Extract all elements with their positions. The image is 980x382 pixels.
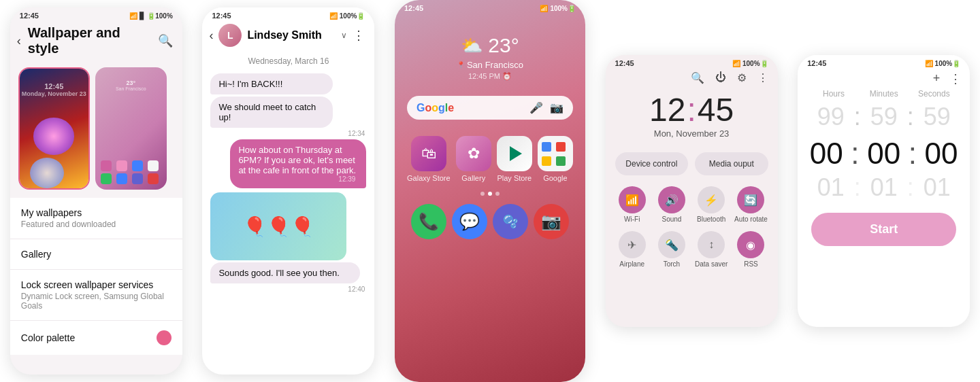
clock-area: 12 : 45 Mon, November 23 (606, 84, 778, 147)
message-bubble-1: Hi~! I'm BACK!!! (210, 73, 333, 94)
dot-2 (488, 192, 492, 196)
add-icon[interactable]: + (933, 71, 941, 86)
app-row: 🛍 Galaxy Store ✿ Gallery Play Store Goog… (395, 131, 585, 188)
top-minutes: 59 (864, 103, 904, 131)
hours-label: Hours (810, 89, 858, 99)
wifi-icon-4: 📶 (732, 60, 740, 67)
bluetooth-label: Bluetooth (697, 215, 725, 223)
balloon-emoji: 🎈🎈🎈 (243, 215, 314, 238)
more-icon-4[interactable]: ⋮ (757, 71, 768, 84)
dot-3 (495, 192, 500, 196)
phone-timer: 12:45 📶 100%🔋 + ⋮ Hours Minutes Seconds … (798, 55, 970, 327)
bot-hours: 01 (811, 173, 851, 202)
top-colon-1: : (854, 103, 861, 131)
wifi-icon-2: 📶 (329, 12, 338, 20)
status-time-2: 12:45 (212, 12, 231, 20)
contact-name: Lindsey Smith (247, 29, 336, 41)
menu-item-color-palette[interactable]: Color palette (10, 321, 182, 355)
sound-toggle-icon: 🔊 (658, 186, 685, 213)
menu-item-lock-services[interactable]: Lock screen wallpaper services Dynamic L… (10, 270, 182, 321)
status-icons-3: 📶 100%🔋 (540, 5, 576, 12)
location-name: San Francisco (467, 60, 523, 70)
status-icons-4: 📶 100%🔋 (732, 60, 768, 67)
toggle-sound[interactable]: 🔊 Sound (655, 186, 689, 223)
camera-icon: 📷 (534, 204, 569, 239)
timer-header: + ⋮ (798, 69, 970, 89)
start-button[interactable]: Start (811, 213, 956, 246)
msg-time-2: 12:39 (238, 175, 358, 183)
back-icon[interactable]: ‹ (17, 34, 21, 48)
chevron-down-icon[interactable]: ∨ (341, 31, 347, 40)
lock-wallpaper-thumb[interactable]: 12:45 Monday, November 23 (18, 67, 90, 190)
main-seconds[interactable]: 00 (919, 137, 963, 171)
timer-col-labels: Hours Minutes Seconds (798, 89, 970, 99)
app-phone[interactable]: 📞 (411, 204, 446, 239)
status-time-4: 12:45 (615, 59, 634, 67)
media-output-btn[interactable]: Media ouput (695, 152, 768, 175)
toggle-wifi[interactable]: 📶 Wi-Fi (615, 186, 649, 223)
toggle-autorotate[interactable]: 🔄 Auto rotate (734, 186, 768, 223)
app-teams[interactable]: 🫧 (493, 204, 528, 239)
galaxy-store-label: Galaxy Store (407, 174, 451, 182)
messages-header: ‹ L Lindsey Smith ∨ ⋮ (202, 21, 374, 52)
main-minutes[interactable]: 00 (862, 137, 906, 171)
menu-item-gallery[interactable]: Gallery (10, 239, 182, 270)
qs-action-row: 🔍 ⏻ ⚙ ⋮ (606, 69, 778, 84)
more-icon-5[interactable]: ⋮ (949, 71, 962, 86)
toggle-airplane[interactable]: ✈ Airplane (615, 231, 649, 268)
status-icons-5: 📶 100%🔋 (925, 60, 961, 67)
messages-icon: 💬 (452, 204, 487, 239)
msg-time-3: 12:40 (202, 285, 374, 293)
color-dot (157, 330, 172, 345)
status-bar-3: 12:45 📶 100%🔋 (395, 0, 585, 14)
battery-icon-4: 100%🔋 (742, 60, 768, 67)
bot-seconds: 01 (917, 173, 958, 202)
airplane-label: Airplane (619, 260, 644, 268)
home-wallpaper-thumb[interactable]: 23° San Francisco (95, 67, 167, 190)
dot-1 (480, 192, 485, 196)
app-camera[interactable]: 📷 (534, 204, 569, 239)
app-galaxy-store[interactable]: 🛍 Galaxy Store (407, 136, 451, 182)
camera-search-icon[interactable]: 📷 (550, 101, 564, 114)
phone-quick-settings: 12:45 📶 100%🔋 🔍 ⏻ ⚙ ⋮ 12 : 45 Mon, Novem… (606, 55, 778, 327)
main-hours[interactable]: 00 (804, 137, 848, 171)
google-label: Google (543, 174, 567, 182)
weather-icon: ⛅ (461, 35, 483, 56)
qs-action-buttons: Device control Media ouput (606, 147, 778, 181)
app-google[interactable]: Google (538, 136, 573, 182)
bluetooth-toggle-icon: ⚡ (698, 186, 725, 213)
toggle-torch[interactable]: 🔦 Torch (655, 231, 689, 268)
toggle-bluetooth[interactable]: ⚡ Bluetooth (694, 186, 728, 223)
battery-icon: 🔋100% (147, 12, 173, 20)
search-icon-1[interactable]: 🔍 (158, 33, 173, 48)
settings-icon[interactable]: ⚙ (737, 71, 747, 84)
status-icons-1: 📶 ▊ 🔋100% (129, 12, 173, 20)
wifi-label: Wi-Fi (624, 215, 640, 223)
device-control-btn[interactable]: Device control (615, 152, 689, 175)
toggle-datasaver[interactable]: ↕ Data saver (694, 231, 728, 268)
app-play-store[interactable]: Play Store (497, 136, 532, 182)
mic-icon[interactable]: 🎤 (529, 101, 543, 114)
status-bar-5: 12:45 📶 100%🔋 (798, 55, 970, 69)
more-icon[interactable]: ⋮ (353, 28, 365, 43)
search-bar[interactable]: Google 🎤 📷 (407, 96, 573, 120)
pin-icon: 📍 (457, 61, 465, 69)
status-icons-2: 📶 100%🔋 (329, 12, 365, 20)
toggle-rss[interactable]: ◉ RSS (734, 231, 768, 268)
app-gallery[interactable]: ✿ Gallery (456, 136, 491, 182)
app-messages[interactable]: 💬 (452, 204, 487, 239)
message-date: Wednesday, March 16 (202, 52, 374, 71)
power-icon[interactable]: ⏻ (715, 71, 726, 84)
back-icon-2[interactable]: ‹ (209, 29, 213, 43)
signal-icon: ▊ (140, 12, 145, 20)
menu-item-wallpapers[interactable]: My wallpapers Featured and downloaded (10, 198, 182, 239)
top-seconds: 59 (917, 103, 958, 131)
search-icon-4[interactable]: 🔍 (691, 71, 704, 84)
datasaver-toggle-icon: ↕ (698, 231, 725, 258)
contact-avatar: L (218, 24, 242, 47)
qs-toggle-row-2: ✈ Airplane 🔦 Torch ↕ Data saver ◉ RSS (606, 228, 778, 273)
battery-icon-3: 100%🔋 (550, 5, 576, 12)
timer-bottom-row: 01 : 01 : 01 (798, 172, 970, 203)
page-title-1: Wallpaper and style (28, 25, 151, 56)
message-bubble-4: Sounds good. I'll see you then. (210, 262, 360, 283)
